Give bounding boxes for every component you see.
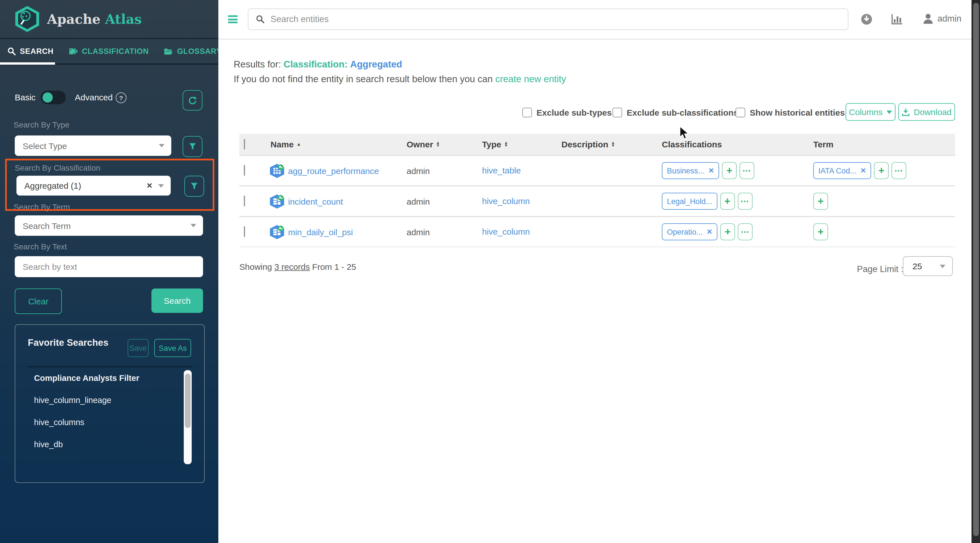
checkbox[interactable] (735, 108, 745, 117)
help-icon[interactable]: ? (116, 92, 126, 103)
entity-type-link[interactable]: hive_column (482, 196, 530, 206)
entity-owner: admin (402, 196, 477, 206)
advanced-label: Advanced (75, 92, 113, 102)
favorites-scrollbar-track[interactable] (184, 370, 192, 464)
window-scrollbar-thumb[interactable] (973, 3, 978, 536)
columns-button[interactable]: Columns (846, 103, 896, 121)
row-checkbox[interactable] (244, 165, 245, 176)
sort-icon: ▲▼ (504, 142, 508, 146)
add-term-button[interactable]: + (874, 162, 889, 179)
page-limit-label: Page Limit : (857, 264, 904, 274)
tab-glossary[interactable]: GLOSSARY (164, 47, 222, 56)
hive-column-icon (270, 194, 284, 208)
entity-type-link[interactable]: hive_table (482, 165, 521, 175)
remove-classification-icon[interactable]: ✕ (706, 228, 712, 236)
more-classifications-button[interactable]: ⋯ (740, 162, 754, 179)
statistics-icon[interactable] (891, 14, 903, 25)
refresh-icon (188, 95, 197, 105)
tab-search[interactable]: SEARCH (7, 47, 54, 56)
checkbox[interactable] (612, 108, 622, 117)
folder-open-icon (164, 47, 173, 55)
page-limit-select[interactable]: 25 (903, 256, 953, 276)
entity-name-link[interactable]: agg_route_performance (288, 166, 379, 175)
save-button[interactable]: Save (127, 339, 149, 357)
add-term-button[interactable]: + (813, 193, 828, 210)
chevron-down-icon (886, 110, 892, 114)
classification-filter-button[interactable] (184, 176, 204, 197)
col-header-classifications: Classifications (657, 140, 809, 149)
row-checkbox[interactable] (244, 226, 245, 237)
user-icon (923, 13, 934, 24)
app-title: Apache Atlas (47, 11, 142, 27)
row-checkbox[interactable] (244, 195, 245, 206)
username: admin (937, 14, 961, 24)
sort-icon: ▲▼ (436, 142, 440, 146)
select-all-checkbox[interactable] (244, 139, 245, 150)
download-circle-icon[interactable] (861, 14, 872, 25)
favorite-item[interactable]: hive_columns (34, 418, 84, 427)
classification-tag[interactable]: Business... ✕ (662, 162, 719, 179)
user-menu[interactable]: admin (923, 13, 961, 24)
refresh-button[interactable] (183, 90, 202, 111)
app-screen: Apache Atlas SEARCH CLASSIFICATION GLOSS… (0, 0, 980, 543)
remove-term-icon[interactable]: ✕ (860, 167, 866, 175)
more-classifications-button[interactable]: ⋯ (738, 223, 752, 240)
basic-label: Basic (15, 92, 35, 102)
col-header-owner[interactable]: Owner ▲▼ (402, 140, 477, 149)
add-classification-button[interactable]: + (720, 193, 735, 210)
favorite-item[interactable]: hive_db (34, 440, 63, 449)
global-search-box[interactable] (248, 8, 848, 30)
favorite-item[interactable]: hive_column_lineage (34, 395, 111, 405)
chevron-down-icon (940, 264, 945, 268)
col-header-name[interactable]: Name▲ (266, 140, 402, 149)
classification-select[interactable]: Aggregated (1) ✕ (16, 176, 171, 195)
exclude-subtypes-option: Exclude sub-types (522, 108, 612, 117)
hamburger-menu-icon[interactable] (228, 15, 238, 23)
save-as-button[interactable]: Save As (154, 339, 191, 357)
entity-type-link[interactable]: hive_column (482, 227, 530, 237)
favorite-item[interactable]: Compliance Analysts Filter (34, 373, 139, 383)
basic-advanced-toggle[interactable] (41, 90, 66, 104)
result-filter-value[interactable]: Aggregated (350, 59, 402, 69)
term-select[interactable]: Search Term (15, 215, 203, 236)
tab-classification[interactable]: CLASSIFICATION (69, 47, 149, 56)
col-header-term: Term (809, 140, 955, 149)
main-content: admin Results for: Classification: Aggre… (218, 0, 980, 543)
search-icon (7, 47, 16, 56)
download-button[interactable]: Download (898, 103, 955, 121)
top-bar: admin (218, 0, 980, 40)
brand-header: Apache Atlas (0, 0, 218, 39)
create-new-entity-link[interactable]: create new entity (495, 74, 566, 84)
type-select[interactable]: Select Type (15, 135, 171, 156)
mouse-cursor (679, 126, 689, 141)
search-button[interactable]: Search (151, 289, 203, 313)
table-row: min_daily_oil_psi admin hive_column Oper… (239, 216, 955, 246)
sort-icon: ▲▼ (611, 142, 615, 146)
add-term-button[interactable]: + (813, 223, 828, 240)
classification-tag[interactable]: Operatio... ✕ (662, 223, 718, 240)
records-link[interactable]: 3 records (274, 262, 310, 272)
active-tab-underline (0, 62, 55, 65)
add-classification-button[interactable]: + (722, 162, 737, 179)
more-classifications-button[interactable]: ⋯ (738, 193, 752, 210)
add-classification-button[interactable]: + (720, 223, 735, 240)
favorites-scrollbar-thumb[interactable] (185, 373, 191, 428)
type-filter-button[interactable] (183, 136, 202, 157)
text-search-input[interactable]: Search by text (15, 256, 203, 277)
clear-selection-icon[interactable]: ✕ (146, 181, 153, 190)
checkbox[interactable] (522, 108, 532, 117)
entity-name-link[interactable]: min_daily_oil_psi (288, 227, 353, 237)
classification-tag[interactable]: Legal_Hold... (662, 193, 717, 210)
results-summary: Results for: Classification: Aggregated (234, 59, 402, 70)
col-header-type[interactable]: Type ▲▼ (477, 140, 557, 149)
col-header-description[interactable]: Description ▲▼ (557, 140, 657, 149)
global-search-input[interactable] (269, 14, 848, 25)
term-tag[interactable]: IATA Cod... ✕ (813, 162, 871, 179)
window-scrollbar-track[interactable] (972, 0, 980, 543)
search-by-text-label: Search By Text (14, 242, 67, 251)
entity-name-link[interactable]: incident_count (288, 196, 343, 206)
remove-classification-icon[interactable]: ✕ (708, 167, 714, 175)
more-terms-button[interactable]: ⋯ (891, 162, 906, 179)
hive-column-icon (270, 225, 284, 239)
clear-button[interactable]: Clear (15, 289, 62, 314)
